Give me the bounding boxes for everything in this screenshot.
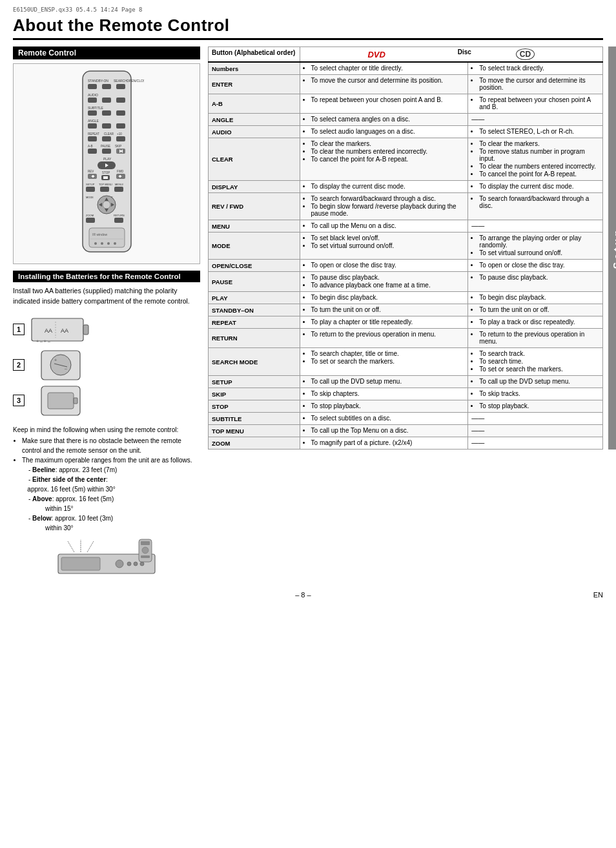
svg-text:STANDBY-ON: STANDBY-ON (88, 79, 108, 83)
table-row: SEARCH MODETo search chapter, title or t… (209, 348, 603, 376)
unit-svg (55, 538, 158, 583)
button-cell: SEARCH MODE (209, 348, 300, 376)
button-cell: MODE (209, 233, 300, 260)
cd-cell: To skip tracks. (468, 388, 603, 400)
dvd-cell: To display the current disc mode. (300, 181, 468, 193)
remote-control-image: STANDBY-ON SEARCH OPEN/CLOSE AUDIO SUBTI… (13, 63, 200, 264)
note-item-2: The maximum operable ranges from the uni… (22, 455, 200, 533)
dvd-cell: To open or close the disc tray. (300, 260, 468, 272)
svg-text:PLAY: PLAY (103, 157, 112, 161)
dvd-item: To move the cursor and determine its pos… (311, 77, 465, 84)
dvd-item: To open or close the disc tray. (311, 262, 465, 269)
dvd-cell: To begin disc playback. (300, 292, 468, 304)
button-cell: REPEAT (209, 316, 300, 329)
dvd-cell: To repeat between your chosen point A an… (300, 94, 468, 114)
svg-point-68 (94, 242, 97, 245)
svg-text:AUDIO: AUDIO (88, 93, 98, 97)
cd-cell: To open or close the disc tray. (468, 260, 603, 272)
cd-item: To select track directly. (479, 65, 599, 72)
dvd-cell: To search forward/backward through a dis… (300, 193, 468, 220)
svg-point-90 (134, 562, 138, 566)
svg-rect-46 (103, 176, 108, 179)
install-section: Installing the Batteries for the Remote … (13, 271, 200, 584)
cd-cell: To select STEREO, L-ch or R-ch. (468, 126, 603, 138)
svg-rect-52 (114, 187, 123, 192)
dvd-item: To display the current disc mode. (311, 183, 465, 190)
step-number-1: 1 (13, 324, 25, 335)
cd-cell: To clear the markers.To remove status nu… (468, 138, 603, 181)
cd-cell: To move the cursor and determine its pos… (468, 75, 603, 94)
dvd-item: To magnify part of a picture. (x2/x4) (311, 439, 465, 446)
cd-dash: —— (471, 222, 484, 229)
dvd-logo: DVD (367, 50, 385, 59)
dvd-cell: To select camera angles on a disc. (300, 114, 468, 126)
cd-logo: CD (516, 48, 535, 60)
svg-rect-17 (102, 123, 111, 129)
svg-rect-29 (102, 149, 111, 154)
svg-rect-51 (100, 187, 109, 192)
svg-rect-12 (88, 110, 97, 116)
button-cell: STANDBY–ON (209, 304, 300, 316)
button-cell: SETUP (209, 376, 300, 388)
svg-point-56 (103, 201, 110, 209)
svg-text:+10: +10 (117, 132, 122, 136)
table-row: PAUSETo pause disc playback.To advance p… (209, 272, 603, 292)
table-body: NumbersTo select chapter or title direct… (209, 62, 603, 450)
dvd-item: To cancel the point for A-B repeat. (311, 156, 465, 163)
cd-cell: To call up the DVD setup menu. (468, 376, 603, 388)
cd-item: To search forward/backward through a dis… (479, 195, 599, 209)
cd-cell: To search forward/backward through a dis… (468, 193, 603, 220)
notes-list: Make sure that there is no obstacle betw… (13, 436, 200, 533)
button-cell: RETURN (209, 329, 300, 348)
cd-item: To play a track or disc repeatedly. (479, 318, 599, 326)
dvd-cell: To clear the markers.To clear the number… (300, 138, 468, 181)
dvd-item: To begin slow forward /reverse playback … (311, 203, 465, 217)
svg-rect-63 (86, 218, 95, 223)
svg-rect-73 (83, 325, 88, 335)
cd-dash: —— (471, 439, 484, 446)
install-header: Installing the Batteries for the Remote … (13, 271, 200, 282)
svg-text:SETUP: SETUP (86, 183, 95, 186)
step-1: 1 AA AA + – + – (13, 312, 200, 347)
button-col-label: Button (Alphabetical order) (212, 49, 295, 56)
cd-cell: —— (468, 114, 603, 126)
table-row: ZOOMTo magnify part of a picture. (x2/x4… (209, 437, 603, 450)
dvd-item: To set or search the markers. (311, 358, 465, 365)
page-footer: – 8 – EN (13, 591, 603, 599)
dvd-item: To select audio languages on a disc. (311, 128, 465, 135)
button-cell: PLAY (209, 292, 300, 304)
cd-item: To search track. (479, 350, 599, 357)
svg-point-89 (127, 562, 131, 566)
cd-cell: To arrange the playing order or play ran… (468, 233, 603, 260)
dvd-cell: To turn the unit on or off. (300, 304, 468, 316)
svg-text:TOP MENU: TOP MENU (99, 183, 112, 186)
svg-rect-14 (116, 110, 125, 116)
dvd-cell: To call up the Top Menu on a disc. (300, 425, 468, 437)
svg-rect-8 (88, 98, 97, 103)
svg-rect-28 (88, 149, 97, 154)
svg-text:SUBTITLE: SUBTITLE (88, 106, 104, 110)
button-cell: TOP MENU (209, 425, 300, 437)
cd-cell: To begin disc playback. (468, 292, 603, 304)
svg-rect-65 (89, 228, 125, 247)
dvd-item: To pause disc playback. (311, 274, 465, 281)
svg-text:REPEAT: REPEAT (88, 132, 99, 136)
cd-cell: To display the current disc mode. (468, 181, 603, 193)
table-row: SUBTITLETo select subtitles on a disc.—— (209, 413, 603, 425)
dvd-item: To advance playback one frame at a time. (311, 282, 465, 289)
svg-text:CLEAR: CLEAR (104, 132, 114, 136)
table-header-row: Button (Alphabetical order) Disc DVD CD (209, 47, 603, 63)
cd-item: To return to the previous operation in m… (479, 331, 599, 345)
table-row: SKIPTo skip chapters.To skip tracks. (209, 388, 603, 400)
button-cell: ENTER (209, 75, 300, 94)
dvd-item: To select subtitles on a disc. (311, 415, 465, 422)
svg-rect-9 (102, 98, 111, 103)
button-cell: DISPLAY (209, 181, 300, 193)
svg-rect-13 (102, 110, 111, 116)
right-wrapper: Button (Alphabetical order) Disc DVD CD … (208, 47, 603, 450)
cd-item: To remove status number in program input… (479, 148, 599, 162)
button-cell: STOP (209, 400, 300, 413)
cd-item: To clear the markers. (479, 140, 599, 147)
dvd-cell: To skip chapters. (300, 388, 468, 400)
table-row: STANDBY–ONTo turn the unit on or off.To … (209, 304, 603, 316)
